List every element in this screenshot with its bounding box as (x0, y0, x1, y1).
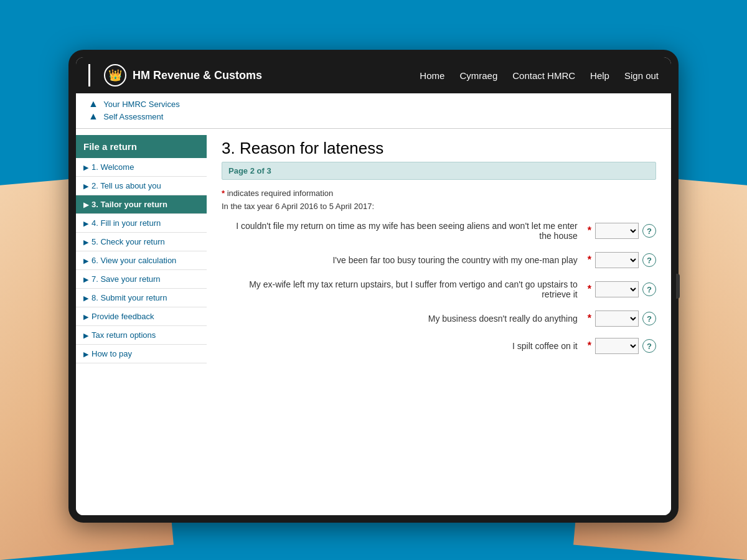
required-star: * (222, 189, 225, 198)
sidebar-arrow: ▶ (83, 238, 88, 246)
sidebar-item-options[interactable]: ▶ Tax return options (76, 326, 207, 345)
scene: 👑 HM Revenue & Customs Home Cymraeg Cont… (0, 0, 747, 560)
sidebar-item-welcome[interactable]: ▶ 1. Welcome (76, 158, 207, 177)
req-star-4: * (588, 313, 591, 324)
sidebar-item-pay[interactable]: ▶ How to pay (76, 345, 207, 363)
sidebar: File a return ▶ 1. Welcome ▶ 2. Tell us … (76, 129, 207, 515)
help-icon-3[interactable]: ? (642, 282, 656, 296)
sidebar-arrow: ▶ (83, 294, 88, 302)
sidebar-label-tailor: 3. Tailor your return (92, 200, 167, 209)
page-title: 3. Reason for lateness (222, 139, 656, 158)
form-row-2: I've been far too busy touring the count… (222, 252, 656, 268)
sidebar-item-save[interactable]: ▶ 7. Save your return (76, 270, 207, 289)
sidebar-item-feedback[interactable]: ▶ Provide feedback (76, 307, 207, 326)
req-star-5: * (588, 340, 591, 352)
help-icon-1[interactable]: ? (642, 224, 656, 238)
required-note: * indicates required information (222, 189, 656, 198)
form-select-4[interactable]: Yes No (595, 310, 639, 327)
sidebar-item-tell-us[interactable]: ▶ 2. Tell us about you (76, 177, 207, 195)
site-name: HM Revenue & Customs (133, 69, 262, 82)
help-icon-2[interactable]: ? (642, 253, 656, 267)
site-logo: 👑 HM Revenue & Customs (88, 64, 262, 86)
nav-cymraeg[interactable]: Cymraeg (459, 70, 497, 81)
form-controls-1: * Yes No ? (588, 223, 656, 239)
site-header: 👑 HM Revenue & Customs Home Cymraeg Cont… (76, 57, 671, 93)
sidebar-arrow: ▶ (83, 182, 88, 190)
form-row-1: I couldn't file my return on time as my … (222, 221, 656, 241)
help-icon-5[interactable]: ? (642, 339, 656, 353)
sidebar-item-check[interactable]: ▶ 5. Check your return (76, 233, 207, 251)
logo-separator (88, 64, 90, 86)
form-select-3[interactable]: Yes No (595, 281, 639, 297)
form-label-2: I've been far too busy touring the count… (222, 255, 583, 265)
page-content: 3. Reason for lateness Page 2 of 3 * ind… (207, 129, 671, 515)
page-indicator: Page 2 of 3 (222, 162, 656, 180)
sidebar-label-pay: How to pay (92, 349, 132, 358)
breadcrumb-hmrc-services[interactable]: Your HMRC Services (103, 100, 179, 109)
sidebar-arrow: ▶ (83, 257, 88, 265)
breadcrumb: ▲ Your HMRC Services ▲ Self Assessment (76, 93, 671, 129)
sidebar-arrow: ▶ (83, 201, 88, 209)
sidebar-arrow: ▶ (83, 332, 88, 340)
form-label-4: My business doesn't really do anything (222, 314, 583, 324)
form-select-1[interactable]: Yes No (595, 223, 639, 239)
sidebar-label-feedback: Provide feedback (92, 312, 154, 321)
tablet-screen: 👑 HM Revenue & Customs Home Cymraeg Cont… (76, 57, 671, 515)
nav-help[interactable]: Help (590, 70, 609, 81)
tablet-button (676, 274, 680, 299)
form-controls-4: * Yes No ? (588, 310, 656, 327)
crown-icon: 👑 (104, 64, 126, 86)
form-select-5[interactable]: Yes No (595, 338, 639, 354)
form-row-3: My ex-wife left my tax return upstairs, … (222, 279, 656, 299)
req-star-1: * (588, 225, 591, 236)
sidebar-header: File a return (76, 135, 207, 158)
form-controls-3: * Yes No ? (588, 281, 656, 297)
form-label-3: My ex-wife left my tax return upstairs, … (222, 279, 583, 299)
form-row-5: I spilt coffee on it * Yes No ? (222, 338, 656, 354)
tablet: 👑 HM Revenue & Customs Home Cymraeg Cont… (68, 50, 679, 523)
breadcrumb-arrow-2: ▲ (88, 111, 98, 121)
nav-home[interactable]: Home (420, 70, 444, 81)
header-nav: Home Cymraeg Contact HMRC Help Sign out (420, 70, 659, 81)
required-note-text: indicates required information (227, 189, 334, 198)
sidebar-arrow: ▶ (83, 350, 88, 358)
form-controls-5: * Yes No ? (588, 338, 656, 354)
sidebar-arrow: ▶ (83, 276, 88, 284)
sidebar-label-options: Tax return options (92, 330, 156, 340)
req-star-2: * (588, 254, 591, 266)
sidebar-label-welcome: 1. Welcome (92, 162, 134, 172)
sidebar-arrow: ▶ (83, 313, 88, 321)
sidebar-item-submit[interactable]: ▶ 8. Submit your return (76, 289, 207, 307)
form-controls-2: * Yes No ? (588, 252, 656, 268)
sidebar-arrow: ▶ (83, 164, 88, 172)
sidebar-label-submit: 8. Submit your return (92, 293, 167, 302)
help-icon-4[interactable]: ? (642, 312, 656, 325)
form-label-1: I couldn't file my return on time as my … (222, 221, 583, 241)
nav-contact[interactable]: Contact HMRC (512, 70, 575, 81)
req-star-3: * (588, 284, 591, 295)
sidebar-label-fill: 4. Fill in your return (92, 218, 161, 228)
sidebar-label-calculation: 6. View your calculation (92, 256, 176, 265)
form-row-4: My business doesn't really do anything *… (222, 310, 656, 327)
sidebar-item-tailor[interactable]: ▶ 3. Tailor your return (76, 195, 207, 214)
sidebar-label-save: 7. Save your return (92, 274, 161, 284)
breadcrumb-self-assessment[interactable]: Self Assessment (103, 112, 163, 121)
main-content: File a return ▶ 1. Welcome ▶ 2. Tell us … (76, 129, 671, 515)
sidebar-item-calculation[interactable]: ▶ 6. View your calculation (76, 251, 207, 270)
sidebar-label-check: 5. Check your return (92, 237, 165, 246)
form-label-5: I spilt coffee on it (222, 341, 583, 351)
breadcrumb-arrow-1: ▲ (88, 98, 98, 109)
nav-signout[interactable]: Sign out (624, 70, 659, 81)
sidebar-arrow: ▶ (83, 220, 88, 228)
sidebar-item-fill[interactable]: ▶ 4. Fill in your return (76, 214, 207, 233)
form-select-2[interactable]: Yes No (595, 252, 639, 268)
tax-year-note: In the tax year 6 April 2016 to 5 April … (222, 202, 656, 211)
sidebar-label-tell-us: 2. Tell us about you (92, 181, 161, 190)
